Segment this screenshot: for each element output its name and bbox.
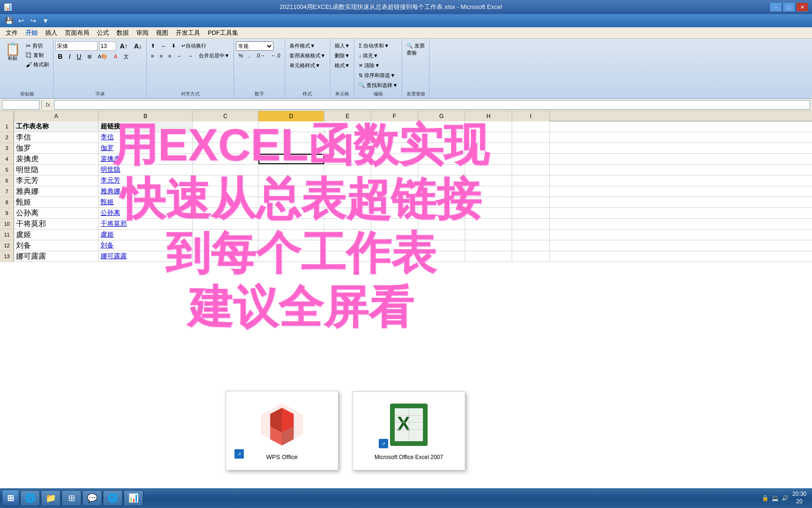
cell-a7[interactable]: 雅典娜 [14, 186, 99, 197]
cell-d7[interactable] [258, 186, 324, 197]
cell-i3[interactable] [512, 143, 550, 153]
cell-f4[interactable] [371, 154, 418, 164]
menu-view[interactable]: 视图 [152, 28, 172, 38]
menu-developer[interactable]: 开发工具 [172, 28, 204, 38]
cell-i9[interactable] [512, 208, 550, 218]
cell-h9[interactable] [465, 208, 512, 218]
cell-i6[interactable] [512, 175, 550, 186]
close-button[interactable]: ✕ [796, 2, 808, 12]
cell-e11[interactable] [324, 230, 371, 240]
cell-c10[interactable] [193, 219, 258, 229]
menu-formula[interactable]: 公式 [93, 28, 113, 38]
cell-b10[interactable]: 干将莫邪 [99, 219, 193, 229]
cell-a12[interactable]: 刘备 [14, 240, 99, 251]
taskbar-excel-button[interactable]: 📊 [124, 490, 143, 506]
cell-i12[interactable] [512, 240, 550, 251]
cell-b2[interactable]: 李信 [99, 132, 193, 143]
cell-c5[interactable] [193, 165, 258, 175]
cell-b12[interactable]: 刘备 [99, 240, 193, 251]
paste-button[interactable]: 📋 粘贴 [3, 41, 23, 63]
fill-button[interactable]: ↓ 填充▼ [356, 51, 380, 60]
menu-file[interactable]: 文件 [2, 28, 22, 38]
format-brush-button[interactable]: 🖌格式刷 [23, 60, 51, 69]
align-top-button[interactable]: ⬆ [148, 41, 157, 50]
cell-g12[interactable] [418, 240, 465, 251]
cell-h3[interactable] [465, 143, 512, 153]
delete-cell-button[interactable]: 删除▼ [332, 51, 352, 60]
underline-button[interactable]: U [74, 52, 84, 61]
cell-a11[interactable]: 虞姬 [14, 230, 99, 240]
cell-c13[interactable] [193, 251, 258, 262]
excel-popup[interactable]: X ↗ Microsoft Office Excel 2007 [352, 391, 465, 470]
cell-d10[interactable] [258, 219, 324, 229]
cell-g5[interactable] [418, 165, 465, 175]
thousand-sep-button[interactable]: , [246, 52, 252, 59]
cell-c9[interactable] [193, 208, 258, 218]
cell-i2[interactable] [512, 132, 550, 143]
cell-i11[interactable] [512, 230, 550, 240]
cell-i8[interactable] [512, 197, 550, 207]
cell-f7[interactable] [371, 186, 418, 197]
find-select-button[interactable]: 🔍 查找和选择▼ [356, 81, 400, 90]
cell-c8[interactable] [193, 197, 258, 207]
cell-g1[interactable] [418, 121, 465, 132]
cell-d4[interactable] [258, 154, 324, 164]
menu-pdf[interactable]: PDF工具集 [204, 28, 242, 38]
cell-e6[interactable] [324, 175, 371, 186]
cell-g4[interactable] [418, 154, 465, 164]
menu-review[interactable]: 审阅 [133, 28, 152, 38]
cell-g7[interactable] [418, 186, 465, 197]
merge-center-button[interactable]: 合并后居中▼ [196, 51, 232, 60]
menu-data[interactable]: 数据 [113, 28, 133, 38]
invoice-scan-button[interactable]: 🔍 发票查验 [404, 41, 427, 57]
wrap-text-button[interactable]: ↵自动换行 [179, 41, 209, 50]
cell-c3[interactable] [193, 143, 258, 153]
cell-f3[interactable] [371, 143, 418, 153]
cell-f5[interactable] [371, 165, 418, 175]
font-shrink-button[interactable]: A↓ [132, 41, 144, 51]
cell-g13[interactable] [418, 251, 465, 262]
align-middle-button[interactable]: ↔ [158, 41, 168, 50]
cell-e12[interactable] [324, 240, 371, 251]
cell-e3[interactable] [324, 143, 371, 153]
cell-i7[interactable] [512, 186, 550, 197]
cell-f1[interactable] [371, 121, 418, 132]
cell-c11[interactable] [193, 230, 258, 240]
cell-e8[interactable] [324, 197, 371, 207]
decrease-decimal-button[interactable]: ←.0 [268, 52, 282, 59]
insert-cell-button[interactable]: 插入▼ [332, 41, 352, 50]
cell-a3[interactable]: 伽罗 [14, 143, 99, 153]
font-size-input[interactable] [99, 41, 116, 51]
cell-f12[interactable] [371, 240, 418, 251]
cell-g3[interactable] [418, 143, 465, 153]
cell-e10[interactable] [324, 219, 371, 229]
cell-e9[interactable] [324, 208, 371, 218]
cell-g10[interactable] [418, 219, 465, 229]
qa-undo-button[interactable]: ↩ [16, 16, 26, 26]
cell-f10[interactable] [371, 219, 418, 229]
cell-d2[interactable] [258, 132, 324, 143]
border-button[interactable]: ⊞ [85, 53, 94, 61]
cell-a5[interactable]: 明世隐 [14, 165, 99, 175]
cell-d11[interactable] [258, 230, 324, 240]
number-format-select[interactable]: 常规 数值 [236, 41, 273, 51]
cell-h6[interactable] [465, 175, 512, 186]
cell-b4[interactable]: 裴擒虎 [99, 154, 193, 164]
cell-i4[interactable] [512, 154, 550, 164]
cell-h10[interactable] [465, 219, 512, 229]
cell-e1[interactable] [324, 121, 371, 132]
taskbar-grid-button[interactable]: ⊞ [62, 490, 81, 506]
cell-g8[interactable] [418, 197, 465, 207]
indent-decrease-button[interactable]: ← [175, 51, 185, 60]
cell-d9[interactable] [258, 208, 324, 218]
cell-i5[interactable] [512, 165, 550, 175]
cell-d8[interactable] [258, 197, 324, 207]
cell-h4[interactable] [465, 154, 512, 164]
cell-e2[interactable] [324, 132, 371, 143]
cell-h8[interactable] [465, 197, 512, 207]
minimize-button[interactable]: － [770, 2, 782, 12]
cell-e7[interactable] [324, 186, 371, 197]
cell-a13[interactable]: 娜可露露 [14, 251, 99, 262]
cell-c2[interactable] [193, 132, 258, 143]
cell-a8[interactable]: 甄姬 [14, 197, 99, 207]
